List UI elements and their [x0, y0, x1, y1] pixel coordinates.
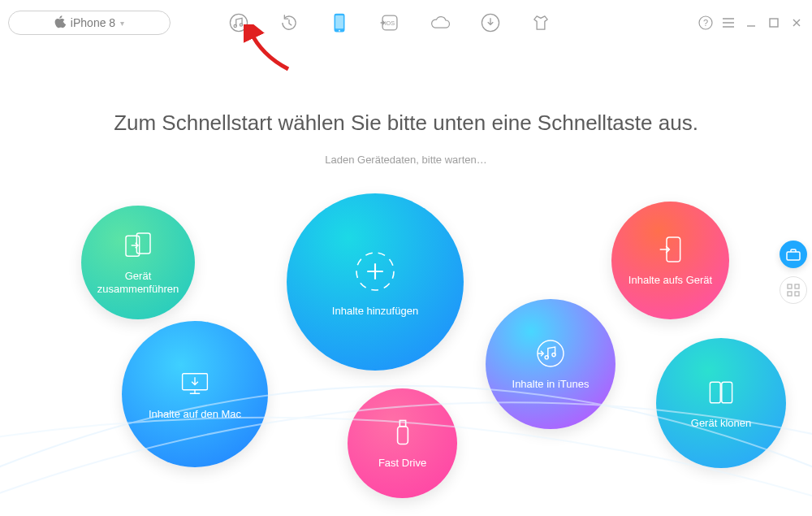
- svg-rect-22: [710, 382, 720, 403]
- bubble-label: Fast Drive: [372, 457, 433, 470]
- bubble-label: Gerät zusammenführen: [81, 270, 195, 297]
- view-mode-categories[interactable]: [780, 276, 807, 304]
- svg-point-1: [234, 24, 236, 27]
- svg-rect-4: [335, 15, 343, 28]
- svg-rect-23: [722, 382, 732, 403]
- bubble-content-to-itunes[interactable]: Inhalte in iTunes: [486, 299, 615, 429]
- minimize-button[interactable]: [744, 15, 758, 30]
- svg-text:?: ?: [703, 18, 708, 28]
- svg-point-2: [240, 24, 242, 26]
- svg-point-5: [339, 30, 340, 32]
- device-name: iPhone 8: [71, 16, 115, 29]
- svg-rect-26: [795, 284, 799, 288]
- to-device-icon: [654, 233, 687, 266]
- help-button[interactable]: ?: [698, 15, 713, 30]
- nav-icloud[interactable]: [429, 11, 451, 34]
- clone-device-icon: [705, 376, 737, 409]
- bubble-content-to-device[interactable]: Inhalte aufs Gerät: [611, 202, 729, 319]
- nav-device-manager[interactable]: [328, 11, 351, 34]
- close-button[interactable]: [789, 15, 804, 30]
- menu-button[interactable]: [721, 15, 736, 30]
- bubble-label: Gerät klonen: [685, 417, 758, 430]
- svg-rect-11: [770, 19, 778, 27]
- svg-rect-17: [400, 421, 405, 427]
- page-subtitle: Laden Gerätedaten, bitte warten…: [0, 154, 812, 166]
- nav-skins[interactable]: [529, 11, 552, 34]
- toolbar: iPhone 8 ▾ iOS ?: [0, 0, 812, 46]
- bubble-clone-device[interactable]: Gerät klonen: [656, 338, 786, 468]
- bubble-fast-drive[interactable]: Fast Drive: [348, 388, 457, 498]
- svg-rect-25: [788, 284, 792, 288]
- svg-rect-28: [795, 292, 799, 296]
- nav-backup-history[interactable]: [278, 11, 300, 34]
- bubble-merge-device[interactable]: Gerät zusammenführen: [81, 206, 195, 319]
- monitor-download-icon: [179, 367, 211, 400]
- apple-icon: [54, 15, 66, 30]
- bubble-label: Inhalte aufs Gerät: [622, 274, 719, 287]
- briefcase-icon: [786, 248, 801, 261]
- itunes-arrow-icon: [534, 337, 567, 370]
- nav-download[interactable]: [479, 11, 502, 34]
- svg-rect-24: [787, 252, 800, 260]
- svg-point-0: [230, 14, 247, 31]
- bubble-label: Inhalte auf den Mac: [142, 408, 248, 421]
- svg-text:iOS: iOS: [385, 20, 395, 27]
- add-circle-icon: [350, 246, 400, 297]
- nav-itunes-library[interactable]: [227, 11, 250, 34]
- svg-rect-27: [788, 292, 792, 296]
- merge-device-icon: [122, 229, 154, 262]
- bubble-content-to-mac[interactable]: Inhalte auf den Mac: [122, 321, 268, 467]
- device-selector[interactable]: iPhone 8 ▾: [8, 11, 171, 35]
- bubble-label: Inhalte in iTunes: [506, 378, 596, 391]
- svg-rect-16: [397, 427, 408, 444]
- page-title: Zum Schnellstart wählen Sie bitte unten …: [0, 111, 812, 136]
- svg-point-19: [545, 356, 548, 359]
- chevron-down-icon: ▾: [120, 19, 124, 28]
- grid-icon: [787, 284, 800, 297]
- nav-ios-mover[interactable]: iOS: [378, 11, 401, 34]
- svg-point-20: [552, 353, 555, 356]
- nav-tabs: iOS: [227, 11, 552, 34]
- usb-drive-icon: [387, 416, 419, 449]
- maximize-button[interactable]: [767, 15, 781, 30]
- window-controls: ?: [698, 15, 804, 30]
- bubble-add-content[interactable]: Inhalte hinzufügen: [287, 193, 464, 371]
- bubble-label: Inhalte hinzufügen: [326, 305, 425, 318]
- view-mode-shortcuts[interactable]: [780, 241, 807, 268]
